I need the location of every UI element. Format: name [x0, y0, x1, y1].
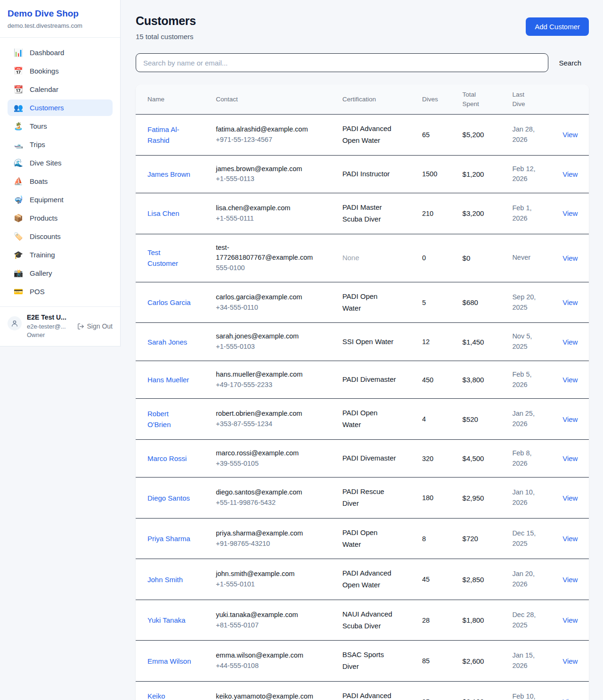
sidebar-item-trips[interactable]: 🛥️ Trips	[8, 136, 113, 153]
customer-name-link[interactable]: John Smith	[147, 574, 183, 585]
sidebar-item-pos[interactable]: 💳 POS	[8, 283, 113, 300]
page-header: Customers 15 total customers Add Custome…	[136, 14, 589, 41]
search-input[interactable]	[136, 53, 548, 72]
customer-last-dive-cell: Jan 10, 2026	[512, 478, 562, 519]
table-row: James Brown james.brown@example.com +1-5…	[136, 155, 589, 193]
customer-name-link[interactable]: Hans Mueller	[147, 374, 189, 385]
view-link[interactable]: View	[562, 535, 578, 543]
gallery-icon: 📸	[13, 269, 24, 278]
view-link[interactable]: View	[562, 338, 578, 346]
customer-name-link[interactable]: James Brown	[147, 169, 190, 180]
customer-name-link[interactable]: Carlos Garcia	[147, 297, 191, 308]
customer-name-link[interactable]: Diego Santos	[147, 493, 190, 503]
customer-last-dive-cell: Feb 8, 2026	[512, 439, 562, 478]
page-title-block: Customers 15 total customers	[136, 14, 196, 41]
user-info: E2E Test U... e2e-tester@... Sign Out Ow…	[27, 313, 113, 338]
sign-out-button[interactable]: Sign Out	[77, 322, 113, 330]
customer-phone: 555-0100	[216, 263, 337, 273]
view-link[interactable]: View	[562, 298, 578, 306]
customer-phone: +44-555-0108	[216, 661, 337, 671]
customer-contact-cell: lisa.chen@example.com +1-555-0111	[216, 193, 342, 234]
customer-name-link[interactable]: Marco Rossi	[147, 453, 187, 464]
sidebar-item-dashboard[interactable]: 📊 Dashboard	[8, 44, 113, 61]
customer-last-dive-cell: Dec 15, 2025	[512, 518, 562, 559]
customer-name-link[interactable]: Fatima Al-Rashid	[147, 124, 192, 146]
column-header-last-dive: Last Dive	[512, 84, 562, 115]
view-link[interactable]: View	[562, 576, 578, 584]
customer-name-link[interactable]: Priya Sharma	[147, 533, 190, 544]
customer-actions-cell: View	[562, 681, 589, 700]
customer-last-dive-cell: Sep 20, 2025	[512, 282, 562, 323]
customer-phone: +34-555-0110	[216, 303, 337, 313]
customer-contact-cell: priya.sharma@example.com +91-98765-43210	[216, 518, 342, 559]
column-header-name: Name	[136, 84, 216, 115]
customer-name-link[interactable]: Emma Wilson	[147, 656, 191, 667]
sidebar-item-customers[interactable]: 👥 Customers	[8, 99, 113, 116]
customer-email: carlos.garcia@example.com	[216, 292, 302, 303]
view-link[interactable]: View	[562, 698, 578, 700]
customer-name-link[interactable]: Keiko Yamamoto	[147, 691, 192, 700]
sidebar-item-equipment[interactable]: 🤿 Equipment	[8, 191, 113, 208]
view-link[interactable]: View	[562, 170, 578, 178]
column-header-dives: Dives	[422, 84, 463, 115]
customer-total-spent-cell: $5,200	[463, 115, 513, 156]
sidebar-item-calendar[interactable]: 📆 Calendar	[8, 81, 113, 98]
customer-certification: PADI Advanced Open Water	[342, 123, 398, 147]
sidebar-item-bookings[interactable]: 📅 Bookings	[8, 63, 113, 79]
customer-last-dive-cell: Nov 5, 2025	[512, 323, 562, 361]
view-link[interactable]: View	[562, 131, 578, 139]
customer-name-link[interactable]: Robert O'Brien	[147, 408, 192, 430]
view-link[interactable]: View	[562, 616, 578, 624]
view-link[interactable]: View	[562, 376, 578, 384]
dashboard-icon: 📊	[13, 48, 24, 57]
customer-total-spent-cell: $2,100	[463, 681, 513, 700]
customer-last-dive-cell: Feb 1, 2026	[512, 193, 562, 234]
table-row: Yuki Tanaka yuki.tanaka@example.com +81-…	[136, 600, 589, 641]
view-link[interactable]: View	[562, 209, 578, 217]
view-link[interactable]: View	[562, 415, 578, 423]
customer-name-link[interactable]: Test Customer	[147, 247, 192, 269]
sidebar-item-boats[interactable]: ⛵ Boats	[8, 173, 113, 189]
customer-dives-cell: 450	[422, 361, 463, 399]
sidebar: Demo Dive Shop demo.test.divestreams.com…	[0, 0, 121, 346]
add-customer-button[interactable]: Add Customer	[526, 17, 589, 36]
sidebar-item-tours[interactable]: 🏝️ Tours	[8, 118, 113, 134]
view-link[interactable]: View	[562, 454, 578, 462]
view-link[interactable]: View	[562, 494, 578, 502]
table-row: Hans Mueller hans.mueller@example.com +4…	[136, 361, 589, 399]
customer-certification: SSI Open Water	[342, 336, 394, 348]
customer-certification-cell: PADI Open Water	[342, 518, 422, 559]
customer-name-link[interactable]: Sarah Jones	[147, 337, 187, 347]
view-link[interactable]: View	[562, 657, 578, 665]
table-row: Fatima Al-Rashid fatima.alrashid@example…	[136, 115, 589, 156]
customer-name-link[interactable]: Lisa Chen	[147, 208, 179, 219]
table-row: Priya Sharma priya.sharma@example.com +9…	[136, 518, 589, 559]
customer-last-dive: Jan 15, 2026	[512, 651, 540, 671]
customer-last-dive: Feb 12, 2026	[512, 164, 540, 185]
customer-certification-cell: PADI Divemaster	[342, 361, 422, 399]
brand-header: Demo Dive Shop demo.test.divestreams.com	[0, 0, 120, 38]
table-row: Test Customer test-1772681807767@example…	[136, 234, 589, 282]
customer-certification-cell: PADI Open Water	[342, 282, 422, 323]
customer-contact-cell: marco.rossi@example.com +39-555-0105	[216, 439, 342, 478]
customer-name-link[interactable]: Yuki Tanaka	[147, 615, 186, 626]
customer-phone: +81-555-0107	[216, 620, 337, 631]
sidebar-item-discounts[interactable]: 🏷️ Discounts	[8, 228, 113, 245]
sidebar-nav: 📊 Dashboard 📅 Bookings 📆 Calendar 👥 Cust…	[0, 38, 120, 306]
table-row: Lisa Chen lisa.chen@example.com +1-555-0…	[136, 193, 589, 234]
customer-phone: +1-555-0111	[216, 214, 337, 224]
view-link[interactable]: View	[562, 254, 578, 262]
sidebar-item-dive-sites[interactable]: 🌊 Dive Sites	[8, 155, 113, 171]
customer-last-dive: Feb 1, 2026	[512, 203, 540, 224]
customer-actions-cell: View	[562, 361, 589, 399]
search-button[interactable]: Search	[551, 55, 589, 71]
customer-total-spent-cell: $0	[463, 234, 513, 282]
customer-certification: PADI Advanced Open Water	[342, 568, 398, 591]
sidebar-item-products[interactable]: 📦 Products	[8, 210, 113, 226]
sidebar-item-training[interactable]: 🎓 Training	[8, 247, 113, 263]
user-name: E2E Test U...	[27, 313, 113, 321]
customer-total-spent-cell: $680	[463, 282, 513, 323]
customer-certification-cell: PADI Advanced Open Water	[342, 115, 422, 156]
sidebar-item-gallery[interactable]: 📸 Gallery	[8, 265, 113, 281]
customer-phone: +55-11-99876-5432	[216, 498, 337, 508]
